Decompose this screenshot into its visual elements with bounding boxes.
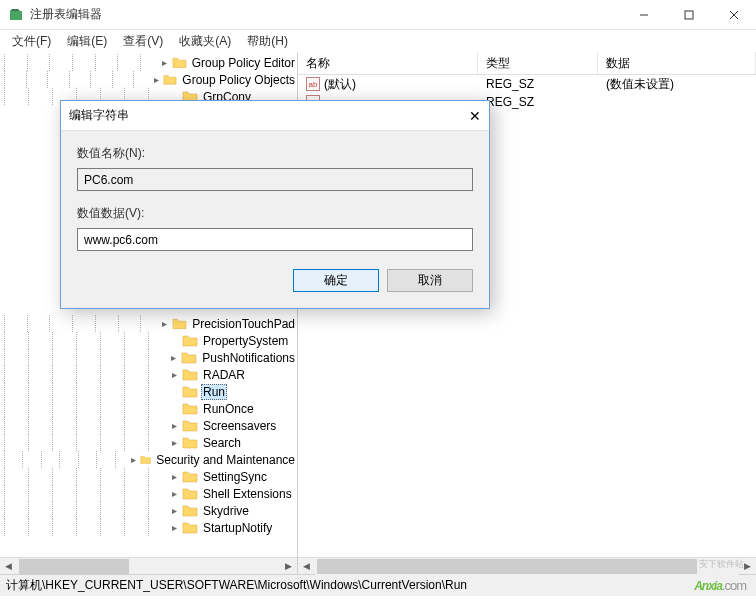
expander-icon[interactable]: ▸ [168,369,180,380]
menu-view[interactable]: 查看(V) [115,31,171,52]
tree-item-label: PushNotifications [200,351,297,365]
window-title: 注册表编辑器 [30,6,621,23]
col-data[interactable]: 数据 [598,52,756,74]
expander-icon[interactable]: ▸ [129,454,138,465]
scroll-right-icon[interactable]: ▶ [739,558,756,575]
tree-item-label: Skydrive [201,504,251,518]
tree-item-label: PropertySystem [201,334,290,348]
tree-item[interactable]: ▸RunOnce [0,400,297,417]
list-row[interactable]: ab(默认)REG_SZ(数值未设置) [298,75,756,93]
string-value-icon: ab [306,77,320,91]
menu-edit[interactable]: 编辑(E) [59,31,115,52]
expander-icon[interactable]: ▸ [168,522,180,533]
tree-item[interactable]: ▸Security and Maintenance [0,451,297,468]
close-button[interactable] [711,0,756,30]
svg-marker-1 [10,9,20,11]
tree-item-label: Group Policy Editor [190,56,297,70]
tree-item-label: Run [201,384,227,400]
menu-file[interactable]: 文件(F) [4,31,59,52]
dialog-close-button[interactable]: ✕ [451,108,481,124]
minimize-button[interactable] [621,0,666,30]
value-data-input[interactable] [77,228,473,251]
col-type[interactable]: 类型 [478,52,598,74]
scroll-left-icon[interactable]: ◀ [298,558,315,575]
cell-name: (默认) [324,76,356,93]
tree-item-label: RunOnce [201,402,256,416]
tree-item[interactable]: ▸Group Policy Editor [0,54,297,71]
tree-item[interactable]: ▸RADAR [0,366,297,383]
expander-icon[interactable]: ▸ [159,57,170,68]
tree-item-label: SettingSync [201,470,269,484]
tree-item-label: Shell Extensions [201,487,294,501]
tree-item[interactable]: ▸Group Policy Objects [0,71,297,88]
cell-type: REG_SZ [478,95,598,109]
list-hscroll[interactable]: ◀ ▶ [298,557,756,574]
tree-item[interactable]: ▸SettingSync [0,468,297,485]
list-header: 名称 类型 数据 [298,52,756,75]
tree-item[interactable]: ▸Screensavers [0,417,297,434]
tree-item[interactable]: ▸Skydrive [0,502,297,519]
expander-icon[interactable]: ▸ [168,505,180,516]
expander-icon[interactable]: ▸ [168,471,180,482]
maximize-button[interactable] [666,0,711,30]
tree-item-label: StartupNotify [201,521,274,535]
svg-rect-0 [10,11,22,20]
tree-item[interactable]: ▸StartupNotify [0,519,297,536]
tree-item-label: Search [201,436,243,450]
expander-icon[interactable]: ▸ [168,488,180,499]
expander-icon[interactable]: ▸ [159,318,170,329]
value-data-label: 数值数据(V): [77,205,473,222]
tree-hscroll[interactable]: ◀ ▶ [0,557,297,574]
svg-rect-3 [685,11,693,19]
ok-button[interactable]: 确定 [293,269,379,292]
regedit-icon [8,7,24,23]
tree-item-label: Security and Maintenance [154,453,297,467]
menu-favorites[interactable]: 收藏夹(A) [171,31,239,52]
col-name[interactable]: 名称 [298,52,478,74]
tree-item-label: RADAR [201,368,247,382]
expander-icon[interactable]: ▸ [168,437,180,448]
cell-type: REG_SZ [478,77,598,91]
edit-string-dialog: 编辑字符串 ✕ 数值名称(N): 数值数据(V): 确定 取消 [60,100,490,309]
value-name-input[interactable] [77,168,473,191]
dialog-titlebar[interactable]: 编辑字符串 ✕ [61,101,489,131]
statusbar: 计算机\HKEY_CURRENT_USER\SOFTWARE\Microsoft… [0,574,756,596]
tree-item[interactable]: ▸PushNotifications [0,349,297,366]
scroll-left-icon[interactable]: ◀ [0,558,17,575]
dialog-title: 编辑字符串 [69,107,451,124]
tree-item[interactable]: ▸Shell Extensions [0,485,297,502]
menu-help[interactable]: 帮助(H) [239,31,296,52]
window-titlebar: 注册表编辑器 [0,0,756,30]
cell-data: (数值未设置) [598,76,756,93]
cancel-button[interactable]: 取消 [387,269,473,292]
menubar: 文件(F) 编辑(E) 查看(V) 收藏夹(A) 帮助(H) [0,30,756,52]
expander-icon[interactable]: ▸ [168,420,180,431]
value-name-label: 数值名称(N): [77,145,473,162]
tree-item[interactable]: ▸Search [0,434,297,451]
expander-icon[interactable]: ▸ [167,352,179,363]
status-path: 计算机\HKEY_CURRENT_USER\SOFTWARE\Microsoft… [6,577,467,594]
expander-icon[interactable]: ▸ [151,74,161,85]
tree-item-label: Group Policy Objects [180,73,297,87]
tree-item-label: PrecisionTouchPad [190,317,297,331]
tree-item[interactable]: ▸Run [0,383,297,400]
tree-item[interactable]: ▸PropertySystem [0,332,297,349]
tree-item[interactable]: ▸PrecisionTouchPad [0,315,297,332]
scroll-right-icon[interactable]: ▶ [280,558,297,575]
tree-item-label: Screensavers [201,419,278,433]
